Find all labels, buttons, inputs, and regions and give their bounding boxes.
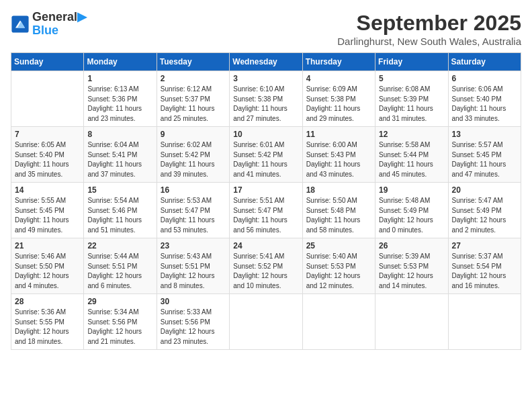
- daylight-text: Daylight: 12 hours and 21 minutes.: [87, 328, 142, 345]
- calendar-cell: 17 Sunrise: 5:51 AM Sunset: 5:47 PM Dayl…: [230, 183, 302, 238]
- logo-blue: Blue: [32, 24, 87, 38]
- calendar-cell: 22 Sunrise: 5:44 AM Sunset: 5:51 PM Dayl…: [84, 238, 157, 294]
- daylight-text: Daylight: 11 hours and 39 minutes.: [161, 161, 215, 178]
- calendar-cell: 18 Sunrise: 5:50 AM Sunset: 5:48 PM Dayl…: [302, 183, 375, 238]
- day-info: Sunrise: 6:04 AM Sunset: 5:41 PM Dayligh…: [87, 140, 152, 179]
- sunset-text: Sunset: 5:50 PM: [15, 263, 64, 270]
- sunrise-text: Sunrise: 5:41 AM: [233, 253, 284, 260]
- day-number: 26: [379, 241, 444, 250]
- daylight-text: Daylight: 11 hours and 47 minutes.: [452, 161, 506, 178]
- calendar-cell: 5 Sunrise: 6:08 AM Sunset: 5:39 PM Dayli…: [375, 71, 448, 127]
- sunrise-text: Sunrise: 6:09 AM: [306, 85, 357, 93]
- day-number: 4: [306, 74, 371, 83]
- sunrise-text: Sunrise: 6:01 AM: [233, 141, 284, 148]
- daylight-text: Daylight: 12 hours and 18 minutes.: [15, 328, 69, 345]
- day-number: 11: [306, 130, 371, 139]
- calendar-cell: 16 Sunrise: 5:53 AM Sunset: 5:47 PM Dayl…: [157, 183, 229, 238]
- calendar-table: SundayMondayTuesdayWednesdayThursdayFrid…: [11, 52, 521, 350]
- day-info: Sunrise: 5:53 AM Sunset: 5:47 PM Dayligh…: [161, 196, 226, 235]
- calendar-cell: 14 Sunrise: 5:55 AM Sunset: 5:45 PM Dayl…: [11, 183, 84, 238]
- sunset-text: Sunset: 5:38 PM: [306, 95, 356, 103]
- day-number: 13: [452, 130, 517, 139]
- sunset-text: Sunset: 5:40 PM: [452, 95, 502, 103]
- sunset-text: Sunset: 5:49 PM: [379, 207, 429, 214]
- daylight-text: Daylight: 11 hours and 23 minutes.: [87, 105, 142, 122]
- daylight-text: Daylight: 11 hours and 49 minutes.: [15, 216, 69, 234]
- day-info: Sunrise: 5:47 AM Sunset: 5:49 PM Dayligh…: [452, 196, 517, 235]
- calendar-cell: 28 Sunrise: 5:36 AM Sunset: 5:55 PM Dayl…: [11, 294, 84, 350]
- day-info: Sunrise: 6:09 AM Sunset: 5:38 PM Dayligh…: [306, 85, 371, 124]
- calendar-cell: 3 Sunrise: 6:10 AM Sunset: 5:38 PM Dayli…: [230, 71, 302, 127]
- day-number: 25: [306, 241, 371, 250]
- daylight-text: Daylight: 12 hours and 10 minutes.: [233, 272, 287, 289]
- day-number: 6: [452, 74, 517, 83]
- daylight-text: Daylight: 11 hours and 33 minutes.: [452, 105, 506, 122]
- daylight-text: Daylight: 11 hours and 58 minutes.: [306, 216, 361, 234]
- sunrise-text: Sunrise: 5:43 AM: [161, 253, 212, 260]
- day-info: Sunrise: 6:08 AM Sunset: 5:39 PM Dayligh…: [379, 85, 444, 124]
- calendar-cell: 29 Sunrise: 5:34 AM Sunset: 5:56 PM Dayl…: [84, 294, 157, 350]
- sunset-text: Sunset: 5:46 PM: [87, 207, 137, 214]
- header: General▶ Blue September 2025 Darlinghurs…: [11, 11, 521, 47]
- sunrise-text: Sunrise: 6:13 AM: [87, 85, 138, 93]
- sunset-text: Sunset: 5:53 PM: [379, 263, 429, 270]
- day-info: Sunrise: 5:51 AM Sunset: 5:47 PM Dayligh…: [233, 196, 298, 235]
- sunrise-text: Sunrise: 5:36 AM: [15, 308, 66, 316]
- day-info: Sunrise: 5:50 AM Sunset: 5:48 PM Dayligh…: [306, 196, 371, 235]
- day-info: Sunrise: 5:40 AM Sunset: 5:53 PM Dayligh…: [306, 252, 371, 291]
- weekday-header-thursday: Thursday: [302, 53, 375, 71]
- weekday-header-tuesday: Tuesday: [157, 53, 229, 71]
- day-info: Sunrise: 6:02 AM Sunset: 5:42 PM Dayligh…: [161, 140, 226, 179]
- daylight-text: Daylight: 12 hours and 23 minutes.: [161, 328, 215, 345]
- calendar-cell: 19 Sunrise: 5:48 AM Sunset: 5:49 PM Dayl…: [375, 183, 448, 238]
- day-number: 22: [87, 241, 152, 250]
- sunrise-text: Sunrise: 5:54 AM: [87, 197, 138, 204]
- calendar-cell: 10 Sunrise: 6:01 AM Sunset: 5:42 PM Dayl…: [230, 127, 302, 183]
- daylight-text: Daylight: 11 hours and 41 minutes.: [233, 161, 287, 178]
- day-number: 8: [87, 130, 152, 139]
- sunrise-text: Sunrise: 6:00 AM: [306, 141, 357, 148]
- sunrise-text: Sunrise: 5:48 AM: [379, 197, 430, 204]
- sunrise-text: Sunrise: 5:40 AM: [306, 253, 357, 260]
- calendar-cell: 23 Sunrise: 5:43 AM Sunset: 5:51 PM Dayl…: [157, 238, 229, 294]
- sunrise-text: Sunrise: 6:02 AM: [161, 141, 212, 148]
- sunset-text: Sunset: 5:45 PM: [452, 151, 502, 158]
- sunrise-text: Sunrise: 5:53 AM: [161, 197, 212, 204]
- daylight-text: Daylight: 11 hours and 37 minutes.: [87, 161, 142, 178]
- calendar-cell: [302, 294, 375, 350]
- month-title: September 2025: [337, 11, 521, 36]
- day-info: Sunrise: 5:33 AM Sunset: 5:56 PM Dayligh…: [161, 308, 226, 347]
- day-info: Sunrise: 5:39 AM Sunset: 5:53 PM Dayligh…: [379, 252, 444, 291]
- sunrise-text: Sunrise: 5:34 AM: [87, 308, 138, 316]
- day-number: 15: [87, 185, 152, 195]
- day-info: Sunrise: 5:57 AM Sunset: 5:45 PM Dayligh…: [452, 140, 517, 179]
- daylight-text: Daylight: 11 hours and 45 minutes.: [379, 161, 433, 178]
- day-number: 20: [452, 185, 517, 195]
- sunset-text: Sunset: 5:36 PM: [87, 95, 137, 103]
- sunset-text: Sunset: 5:54 PM: [452, 263, 502, 270]
- weekday-header-row: SundayMondayTuesdayWednesdayThursdayFrid…: [11, 53, 521, 71]
- calendar-cell: 11 Sunrise: 6:00 AM Sunset: 5:43 PM Dayl…: [302, 127, 375, 183]
- day-info: Sunrise: 5:37 AM Sunset: 5:54 PM Dayligh…: [452, 252, 517, 291]
- day-number: 7: [15, 130, 80, 139]
- day-number: 12: [379, 130, 444, 139]
- sunset-text: Sunset: 5:55 PM: [15, 318, 64, 326]
- sunrise-text: Sunrise: 5:33 AM: [161, 308, 212, 316]
- day-number: 10: [233, 130, 298, 139]
- daylight-text: Daylight: 11 hours and 29 minutes.: [306, 105, 361, 122]
- sunset-text: Sunset: 5:52 PM: [233, 263, 283, 270]
- sunset-text: Sunset: 5:45 PM: [15, 207, 64, 214]
- day-number: 16: [161, 185, 226, 195]
- daylight-text: Daylight: 12 hours and 6 minutes.: [87, 272, 142, 289]
- day-number: 3: [233, 74, 298, 83]
- day-info: Sunrise: 6:06 AM Sunset: 5:40 PM Dayligh…: [452, 85, 517, 124]
- logo-text: General▶ Blue: [32, 11, 87, 38]
- sunset-text: Sunset: 5:42 PM: [161, 151, 210, 158]
- sunrise-text: Sunrise: 5:47 AM: [452, 197, 503, 204]
- sunset-text: Sunset: 5:47 PM: [233, 207, 283, 214]
- sunset-text: Sunset: 5:48 PM: [306, 207, 356, 214]
- sunset-text: Sunset: 5:41 PM: [87, 151, 137, 158]
- calendar-cell: 2 Sunrise: 6:12 AM Sunset: 5:37 PM Dayli…: [157, 71, 229, 127]
- day-info: Sunrise: 6:01 AM Sunset: 5:42 PM Dayligh…: [233, 140, 298, 179]
- day-info: Sunrise: 6:12 AM Sunset: 5:37 PM Dayligh…: [161, 85, 226, 124]
